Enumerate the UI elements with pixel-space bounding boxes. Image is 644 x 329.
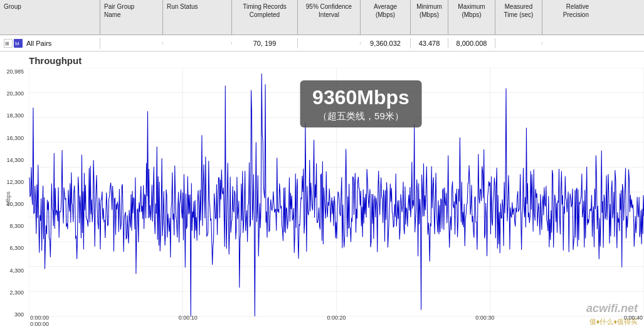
confidence-cell [298,42,361,45]
y-tick: 4,300 [0,268,24,274]
x-tick: 0:00:40 [624,315,643,328]
col-minimum-header: Minimum (Mbps) [411,0,448,35]
watermark: acwifi.net [586,302,638,315]
all-pairs-icon: ⊞ M [4,39,23,48]
y-tick: 16,300 [0,136,24,141]
col-group-header: Group [0,0,100,35]
svg-text:M: M [15,41,19,46]
runstatus-cell [163,42,232,45]
icon2-svg: M [14,39,23,48]
col-average-header: Average (Mbps) [361,0,411,35]
y-tick: 18,300 [0,113,24,119]
pairgroup-cell [100,42,163,45]
icon-svg: ⊞ [4,39,13,48]
col-pairgroup-header: Pair Group Name [100,0,163,35]
svg-text:⊞: ⊞ [5,41,9,46]
col-runstatus-header: Run Status [163,0,232,35]
y-ticks: 20,98520,30018,30016,30014,30012,30010,3… [0,68,26,329]
precision-cell [542,42,593,45]
y-tick: 2,300 [0,290,24,296]
minimum-cell: 43.478 [411,38,448,48]
y-tick: 12,300 [0,180,24,185]
app: Group Pair Group Name Run Status Timing … [0,0,644,329]
y-tick: 300 [0,312,24,318]
col-confidence-header: 95% Confidence Interval [298,0,361,35]
col-maximum-header: Maximum (Mbps) [448,0,495,35]
y-tick: 14,300 [0,158,24,163]
y-tick: 20,300 [0,91,24,97]
y-tick: 10,300 [0,202,24,207]
col-measured-header: Measured Time (sec) [495,0,542,35]
chart-wrapper: Mbps 20,98520,30018,30016,30014,30012,30… [0,68,644,329]
overlay-speed: 9360Mbps [312,85,409,109]
chart-title: Throughput [0,54,644,66]
average-cell: 9,360.032 [361,38,411,48]
y-tick: 6,300 [0,245,24,251]
y-axis: Mbps 20,98520,30018,30016,30014,30012,30… [0,68,29,329]
table-header: Group Pair Group Name Run Status Timing … [0,0,644,35]
chart-main: 9360Mbps （超五类线，59米） acwifi.net 值♦什么♦值得买 … [29,68,644,329]
col-precision-header: Relative Precision [542,0,593,35]
maximum-cell: 8,000.008 [448,38,495,48]
overlay-sub: （超五类线，59米） [312,111,409,122]
x-tick: 0:00:10 [179,315,198,328]
y-tick: 20,985 [0,69,24,75]
timing-cell: 70, 199 [232,38,298,48]
x-axis: 0:00:00 0:00:000:00:100:00:200:00:300:00… [29,315,644,328]
x-tick: 0:00:20 [327,315,346,328]
y-tick: 8,300 [0,224,24,229]
col-timing-header: Timing Records Completed [232,0,298,35]
overlay-label: 9360Mbps （超五类线，59米） [300,80,422,127]
measured-cell [495,42,542,45]
chart-area: Throughput Mbps 20,98520,30018,30016,300… [0,51,644,329]
y-label: Mbps [5,191,11,205]
x-tick: 0:00:30 [475,315,494,328]
x-tick: 0:00:00 0:00:00 [30,315,49,328]
group-cell: ⊞ M All Pairs [0,38,100,49]
table-row: ⊞ M All Pairs 70, 199 9,360.032 43.478 8… [0,35,644,51]
